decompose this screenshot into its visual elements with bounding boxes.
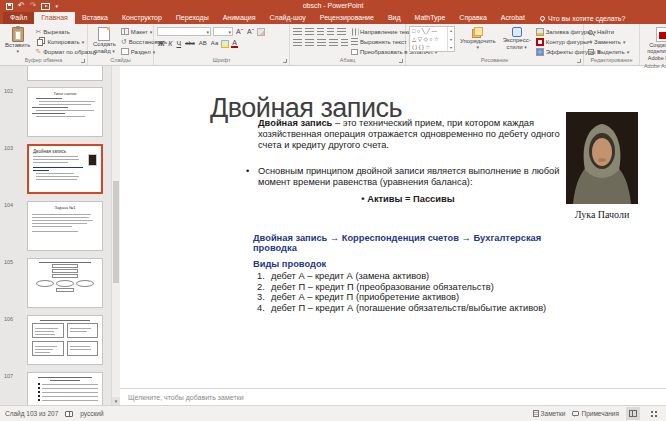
bold-button[interactable]: Ж [157, 39, 165, 48]
start-slideshow-icon[interactable] [41, 3, 50, 10]
tab-slideshow[interactable]: Слайд-шоу [263, 12, 313, 24]
increase-indent-icon[interactable] [327, 28, 334, 36]
shapes-gallery[interactable]: □ ○ ╲ ╱ — △ ▽ ◇ ○ ☆ ( ) { } ☆ ▴ ▾ ▾ [409, 26, 455, 52]
character-spacing-button[interactable]: АВ [198, 39, 208, 48]
slide-number: 102 [0, 87, 27, 137]
quick-styles-button[interactable]: Экспресс- стили ▾ [501, 26, 533, 52]
slide-canvas[interactable]: Двойная запись Двойная запись – это техн… [120, 66, 666, 388]
tab-view[interactable]: Вид [381, 12, 408, 24]
tab-design[interactable]: Конструктор [115, 12, 169, 24]
dialog-launcher-icon[interactable] [399, 59, 403, 63]
select-button[interactable]: Выделить ▾ [587, 47, 629, 56]
justify-icon[interactable] [329, 39, 338, 47]
align-center-icon[interactable] [305, 39, 314, 47]
find-button[interactable]: Найти [587, 27, 629, 36]
create-pdf-button[interactable]: Создать и поделиться Adobe PDF [643, 26, 666, 62]
dialog-launcher-icon[interactable] [577, 59, 581, 63]
tab-transitions[interactable]: Переходы [169, 12, 216, 24]
thumbnail-slide-102[interactable]: 102 Типы счетов [0, 87, 111, 137]
gallery-scrollbar[interactable]: ▴ ▾ ▾ [447, 27, 454, 51]
align-right-icon[interactable] [317, 39, 326, 47]
normal-view-icon [629, 410, 637, 417]
luca-pacioli-portrait-image[interactable] [563, 110, 641, 211]
line-spacing-icon[interactable] [337, 28, 346, 36]
slide-definition-text[interactable]: Двойная запись – это технический прием, … [258, 118, 566, 150]
undo-icon[interactable]: ↶ [18, 2, 25, 10]
normal-view-button[interactable] [626, 407, 640, 420]
language-indicator[interactable]: русский [80, 410, 103, 417]
font-size-combo[interactable]: ▾ [213, 27, 233, 36]
numbering-icon[interactable] [305, 28, 314, 36]
tell-me-box[interactable]: Что вы хотите сделать? [540, 12, 625, 24]
strikethrough-button[interactable]: abc [184, 39, 196, 48]
font-color-button[interactable]: А [231, 39, 238, 48]
redo-icon[interactable]: ↷ [30, 2, 37, 10]
arrange-icon [472, 27, 483, 38]
comments-toggle-button[interactable]: Примечания [572, 410, 619, 417]
highlight-color-button[interactable] [221, 40, 229, 48]
increase-font-size-button[interactable]: Аˆ [235, 27, 244, 36]
dialog-launcher-icon[interactable] [81, 59, 85, 63]
diagram-box [52, 269, 78, 273]
slide-bullet-principle[interactable]: • Основным принципом двойной записи явля… [246, 166, 568, 188]
slide-equation[interactable]: • Активы = Пассивы [258, 194, 558, 204]
dialog-launcher-icon[interactable] [283, 59, 287, 63]
diagram-box [56, 288, 74, 292]
bullets-icon[interactable] [293, 28, 302, 36]
thumbnail-partial-top[interactable] [27, 66, 103, 81]
slide-types-list[interactable]: 1.дебет А – кредит А (замена активов) 2.… [253, 271, 583, 313]
diagram-oval [36, 280, 54, 287]
thumbnail-slide-105[interactable]: 105 [0, 258, 111, 308]
tab-file[interactable]: Файл [3, 12, 34, 24]
slide-position-indicator[interactable]: Слайд 103 из 207 [5, 410, 58, 417]
italic-button[interactable]: К [167, 39, 173, 48]
group-label-editing: Редактирование [584, 56, 639, 65]
gallery-more-icon[interactable]: ▾ [450, 45, 452, 50]
ribbon-group-clipboard: Вставить ▾ ✂ Вырезать Копировать ▾ ✎ [0, 24, 88, 65]
tab-home[interactable]: Главная [34, 12, 75, 24]
tab-mathtype[interactable]: MathType [408, 12, 453, 24]
decrease-font-size-button[interactable]: Аˇ [246, 27, 255, 36]
paste-button[interactable]: Вставить ▾ [3, 26, 32, 55]
slide-chain-line[interactable]: Двойная запись → Корреспонденция счетов … [253, 233, 583, 253]
thumbnail-slide-106[interactable]: 106 [0, 315, 111, 365]
underline-button[interactable]: Ч [175, 39, 182, 48]
thumbnails-scrollbar[interactable]: ▾ [111, 66, 120, 405]
align-left-icon[interactable] [293, 39, 302, 47]
slide-sorter-view-button[interactable] [647, 407, 661, 420]
tab-help[interactable]: Справка [452, 12, 493, 24]
spell-check-icon[interactable] [65, 411, 73, 417]
replace-button[interactable]: ⇄ Заменить ▾ [587, 37, 629, 46]
font-name-combo[interactable]: ▾ [157, 27, 211, 36]
scroll-down-icon[interactable]: ▾ [450, 37, 452, 42]
clear-formatting-icon[interactable] [257, 28, 265, 36]
content-box [32, 323, 64, 338]
decrease-indent-icon[interactable] [317, 28, 324, 36]
tab-animations[interactable]: Анимация [216, 12, 263, 24]
save-icon[interactable] [6, 3, 13, 10]
window-title: obsch - PowerPoint [0, 0, 666, 12]
tab-insert[interactable]: Вставка [75, 12, 115, 24]
portrait-caption[interactable]: Лука Пачоли [563, 209, 641, 220]
change-case-button[interactable]: Аа [210, 39, 219, 48]
tab-review[interactable]: Рецензирование [313, 12, 381, 24]
slide-types-heading[interactable]: Виды проводок [253, 259, 326, 269]
scroll-down-icon[interactable]: ▾ [112, 397, 120, 405]
status-bar: Слайд 103 из 207 русский Заметки Примеча… [0, 405, 666, 421]
lightbulb-icon [540, 16, 545, 21]
chevron-down-icon: ▾ [627, 49, 630, 55]
diagram-oval [56, 280, 74, 287]
notes-pane[interactable]: Щелкните, чтобы добавить заметки [120, 388, 666, 405]
columns-icon[interactable] [341, 39, 348, 47]
thumbnail-slide-103-current[interactable]: 103 Двойная запись [0, 144, 111, 194]
scrollbar-thumb[interactable] [113, 181, 119, 283]
arrange-button[interactable]: Упорядочить ▾ [458, 26, 498, 51]
qat-customize-icon[interactable]: ▾ [55, 4, 58, 9]
new-slide-button[interactable]: Создать слайд ▾ [91, 26, 118, 56]
tab-acrobat[interactable]: Acrobat [494, 12, 532, 24]
notes-toggle-button[interactable]: Заметки [533, 410, 566, 417]
thumbnail-slide-107[interactable]: 107 [0, 372, 111, 405]
diagram-box [52, 264, 78, 268]
scroll-up-icon[interactable]: ▴ [450, 28, 452, 33]
thumbnail-slide-104[interactable]: 104 Задача №1 [0, 201, 111, 251]
